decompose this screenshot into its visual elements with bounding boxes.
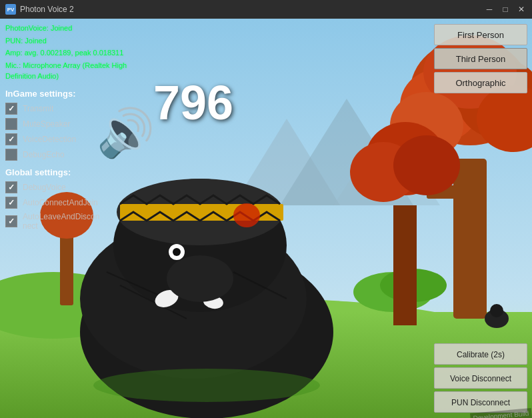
ingame-settings-header: InGame settings: <box>5 89 155 99</box>
app-icon: PV <box>5 4 16 15</box>
close-button[interactable]: ✕ <box>516 4 527 15</box>
debug-voice-checkbox[interactable] <box>5 181 17 193</box>
svg-point-38 <box>233 203 260 227</box>
app-title: Photon Voice 2 <box>20 5 484 14</box>
svg-point-34 <box>173 248 181 256</box>
status-line-4: Mic.: Microphone Array (Realtek High Def… <box>5 60 155 82</box>
transmit-label: Transmit <box>23 104 53 113</box>
calibrate-button[interactable]: Calibrate (2s) <box>434 343 527 365</box>
first-person-button[interactable]: First Person <box>434 24 527 45</box>
ingame-settings-section: InGame settings: Transmit MuteSpeaker Vo… <box>5 89 155 161</box>
number-display: 796 <box>153 75 233 130</box>
window-controls: ─ □ ✕ <box>484 4 527 15</box>
svg-rect-9 <box>453 159 487 319</box>
title-bar: PV Photon Voice 2 ─ □ ✕ <box>0 0 532 19</box>
right-panel: First Person Third Person Orthographic <box>429 19 532 99</box>
auto-connect-label: AutoConnectAndJoin <box>23 198 98 207</box>
minimize-button[interactable]: ─ <box>484 4 495 15</box>
debug-echo-checkbox[interactable] <box>5 149 17 161</box>
status-line-1: PhotonVoice: Joined <box>5 23 155 34</box>
debug-voice-label: DebugVoice <box>23 183 66 192</box>
maximize-button[interactable]: □ <box>500 4 511 15</box>
global-settings-section: Global settings: DebugVoice AutoConnectA… <box>5 167 155 231</box>
mute-speaker-checkbox-item[interactable]: MuteSpeaker <box>5 118 155 130</box>
auto-connect-checkbox[interactable] <box>5 197 17 209</box>
svg-point-37 <box>167 255 233 302</box>
transmit-checkbox-item[interactable]: Transmit <box>5 103 155 115</box>
third-person-button[interactable]: Third Person <box>434 48 527 69</box>
status-section: PhotonVoice: Joined PUN: Joined Amp: avg… <box>5 23 155 82</box>
left-panel: PhotonVoice: Joined PUN: Joined Amp: avg… <box>0 19 160 418</box>
voice-detection-checkbox[interactable] <box>5 133 17 145</box>
auto-leave-checkbox[interactable] <box>5 215 17 227</box>
status-line-2: PUN: Joined <box>5 35 155 47</box>
svg-point-24 <box>490 304 503 317</box>
voice-detection-checkbox-item[interactable]: VoiceDetection <box>5 133 155 145</box>
bottom-right-panel: Calibrate (2s) Voice Disconnect PUN Disc… <box>429 338 532 418</box>
mute-speaker-checkbox[interactable] <box>5 118 17 130</box>
global-settings-header: Global settings: <box>5 167 155 177</box>
debug-echo-label: DebugEcho <box>23 150 65 159</box>
svg-point-20 <box>393 135 460 195</box>
orthographic-button[interactable]: Orthographic <box>434 72 527 93</box>
mute-speaker-label: MuteSpeaker <box>23 119 70 129</box>
svg-rect-17 <box>393 205 417 325</box>
debug-voice-checkbox-item[interactable]: DebugVoice <box>5 181 155 193</box>
voice-disconnect-button[interactable]: Voice Disconnect <box>434 367 527 389</box>
auto-leave-checkbox-item[interactable]: AutoLeaveAndDisconnect <box>5 212 155 231</box>
auto-connect-checkbox-item[interactable]: AutoConnectAndJoin <box>5 197 155 209</box>
status-line-3: Amp: avg. 0.002189, peak 0.018311 <box>5 47 155 59</box>
transmit-checkbox[interactable] <box>5 103 17 115</box>
debug-echo-checkbox-item[interactable]: DebugEcho <box>5 149 155 161</box>
auto-leave-label: AutoLeaveAndDisconnect <box>23 212 99 231</box>
voice-detection-label: VoiceDetection <box>23 135 76 144</box>
main-viewport: 🔊 796 PhotonVoice: Joined PUN: Joined Am… <box>0 19 532 418</box>
